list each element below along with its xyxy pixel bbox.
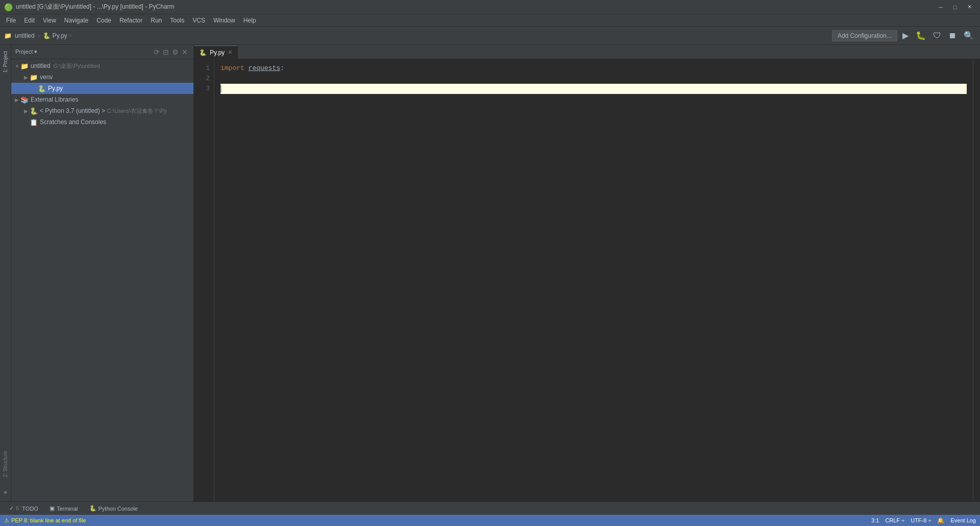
sidebar-item-favorites[interactable]: ★ [2,486,9,499]
code-line-3[interactable] [220,84,967,94]
tree-label-ext-libs: External Libraries [31,96,78,103]
menu-edit[interactable]: Edit [20,16,39,25]
left-sidebar: 1: Project 2: Structure ★ [0,45,11,501]
line-num-1: 1 [194,63,210,74]
menu-vcs[interactable]: VCS [188,16,209,25]
text-cursor [220,85,222,92]
editor-area: 🐍 Py.py ✕ 1 2 3 import requests: [194,45,980,501]
encoding[interactable]: UTF-8 ÷ [911,517,931,523]
scratches-icon: 📋 [30,118,38,126]
tab-pypy-close[interactable]: ✕ [228,49,232,56]
folder-icon-venv: 📁 [30,74,38,81]
event-log-label[interactable]: Event Log [950,517,976,523]
tree-item-untitled[interactable]: ▾ 📁 untitled G:\桌面\Py\untitled [11,60,193,71]
tree-item-python37[interactable]: ▶ 🐍 < Python 3.7 (untitled) > C:\Users\衣… [11,105,193,116]
search-everywhere-button[interactable]: 🔍 [962,30,976,41]
project-panel: Project ▾ ⟳ ⊟ ⚙ ✕ ▾ 📁 untitled G:\桌面\Py\… [11,45,194,501]
sidebar-item-structure[interactable]: 2: Structure [2,447,9,482]
close-button[interactable]: ✕ [963,2,976,12]
breadcrumb-project-icon: 📁 [4,32,12,39]
breadcrumb-pypy-arrow: › [69,33,71,38]
tree-item-venv[interactable]: ▶ 📁 venv [11,71,193,83]
breadcrumb-pypy[interactable]: 🐍 Py.py › [43,32,71,39]
menu-refactor[interactable]: Refactor [115,16,146,25]
add-configuration-button[interactable]: Add Configuration... [832,30,897,41]
menu-help[interactable]: Help [239,16,260,25]
python-icon: 🐍 [30,107,38,115]
app-icon: 🟢 [4,3,13,11]
arrow-scratches [22,119,30,125]
tree-item-scratches[interactable]: 📋 Scratches and Consoles [11,116,193,128]
coverage-button[interactable]: 🛡 [931,30,943,41]
code-line-2 [220,74,967,84]
line-num-2: 2 [194,74,210,84]
project-close-button[interactable]: ✕ [180,47,189,57]
tab-pypy[interactable]: 🐍 Py.py ✕ [194,45,238,59]
debug-button[interactable]: 🐛 [914,30,928,41]
line-num-3: 3 [194,84,210,94]
titlebar: 🟢 untitled [G:\桌面\Py\untitled] - ...\Py.… [0,0,980,14]
tree-path-untitled: G:\桌面\Py\untitled [54,62,100,70]
stop-button[interactable]: ⏹ [946,30,959,41]
breadcrumb-untitled[interactable]: untitled [15,32,35,39]
file-tree: ▾ 📁 untitled G:\桌面\Py\untitled ▶ 📁 venv … [11,59,193,501]
arrow-python37: ▶ [22,108,30,114]
statusbar: ⚠ PEP 8: blank line at end of file 3:1 C… [0,515,980,526]
tab-bar: 🐍 Py.py ✕ [194,45,980,59]
menu-view[interactable]: View [39,16,60,25]
project-panel-header: Project ▾ ⟳ ⊟ ⚙ ✕ [11,45,193,59]
folder-icon-untitled: 📁 [20,62,29,70]
bottom-bar: ✓ 6: TODO ▣ Terminal 🐍 Python Console [0,501,980,515]
tree-label-scratches: Scratches and Consoles [40,118,106,126]
module-requests: requests [249,64,280,72]
lib-icon: 📚 [20,96,29,104]
todo-num: 6: [16,506,20,511]
code-editor[interactable]: import requests: [214,59,973,501]
line-ending[interactable]: CRLF ÷ [885,517,904,523]
project-collapse-button[interactable]: ⊟ [161,47,170,57]
window-controls: ─ □ ✕ [934,2,976,12]
sidebar-item-project[interactable]: 1: Project [2,47,9,77]
arrow-untitled: ▾ [13,63,20,69]
tab-pypy-label: Py.py [210,49,225,56]
run-button[interactable]: ▶ [900,30,911,41]
menu-run[interactable]: Run [146,16,166,25]
tree-label-venv: venv [40,74,53,81]
breadcrumb-pypy-label: Py.py [53,32,67,39]
window-title: untitled [G:\桌面\Py\untitled] - ...\Py.py… [16,3,934,11]
menu-code[interactable]: Code [92,16,115,25]
bottom-tab-terminal[interactable]: ▣ Terminal [44,503,83,514]
arrow-pypy [31,86,38,91]
navbar: 📁 untitled › 🐍 Py.py › Add Configuration… [0,27,980,45]
main-layout: 1: Project 2: Structure ★ Project ▾ ⟳ ⊟ … [0,45,980,501]
tree-label-untitled: untitled [31,62,51,69]
breadcrumb-sep1: › [38,32,40,39]
arrow-ext-libs: ▶ [13,97,20,103]
menu-file[interactable]: File [2,16,20,25]
python-console-label: Python Console [99,506,138,512]
menu-navigate[interactable]: Navigate [60,16,92,25]
maximize-button[interactable]: □ [948,2,962,12]
cursor-position[interactable]: 3:1 [871,517,879,523]
tab-pypy-icon: 🐍 [199,49,207,56]
bottom-tab-todo[interactable]: ✓ 6: TODO [4,503,43,514]
colon: : [280,64,284,72]
project-panel-title: Project ▾ [15,49,152,55]
project-sync-button[interactable]: ⟳ [152,47,161,57]
minimize-button[interactable]: ─ [934,2,947,12]
menu-tools[interactable]: Tools [166,16,188,25]
tree-item-pypy[interactable]: 🐍 Py.py [11,83,193,94]
project-settings-button[interactable]: ⚙ [170,47,180,57]
tree-label-python37: < Python 3.7 (untitled) > [40,107,105,114]
terminal-icon: ▣ [50,505,55,512]
menubar: File Edit View Navigate Code Refactor Ru… [0,14,980,27]
tree-item-external-libraries[interactable]: ▶ 📚 External Libraries [11,94,193,105]
warning-icon: ⚠ [4,517,9,524]
keyword-import: import [220,64,249,72]
right-gutter [973,59,980,501]
menu-window[interactable]: Window [209,16,239,25]
warning-text[interactable]: PEP 8: blank line at end of file [11,517,86,523]
todo-icon: ✓ [9,505,14,512]
bottom-tab-python-console[interactable]: 🐍 Python Console [84,503,143,514]
code-line-1: import requests: [220,63,967,74]
